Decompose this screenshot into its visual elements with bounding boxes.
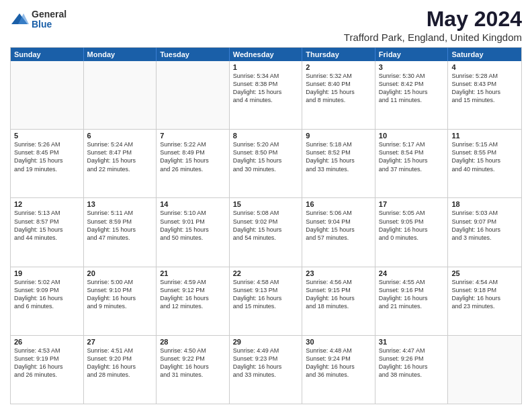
cell-info: Sunrise: 4:55 AMSunset: 9:16 PMDaylight:… [379,278,445,311]
page-subtitle: Trafford Park, England, United Kingdom [344,32,522,43]
day-number: 3 [379,63,445,71]
day-number: 1 [233,63,299,71]
cell-info: Sunrise: 5:22 AMSunset: 8:49 PMDaylight:… [160,140,226,173]
page-title: May 2024 [344,7,522,32]
calendar-cell: 8Sunrise: 5:20 AMSunset: 8:50 PMDaylight… [230,130,303,197]
day-number: 20 [87,269,153,277]
calendar-cell: 3Sunrise: 5:30 AMSunset: 8:42 PMDaylight… [375,61,449,129]
day-number: 11 [451,132,518,140]
calendar-body: 1Sunrise: 5:34 AMSunset: 8:38 PMDaylight… [11,61,521,404]
day-number: 2 [306,63,371,71]
calendar-cell: 24Sunrise: 4:55 AMSunset: 9:16 PMDayligh… [375,267,449,335]
day-number: 27 [87,338,153,346]
day-number: 29 [233,338,299,346]
cell-info: Sunrise: 5:05 AMSunset: 9:05 PMDaylight:… [379,209,445,242]
calendar-cell: 5Sunrise: 5:26 AMSunset: 8:45 PMDaylight… [11,130,84,197]
cell-info: Sunrise: 5:15 AMSunset: 8:55 PMDaylight:… [451,140,518,173]
calendar-cell: 21Sunrise: 4:59 AMSunset: 9:12 PMDayligh… [157,267,230,335]
cell-info: Sunrise: 5:02 AMSunset: 9:09 PMDaylight:… [14,278,80,311]
cell-info: Sunrise: 5:24 AMSunset: 8:47 PMDaylight:… [87,140,153,173]
logo-icon [10,12,29,27]
calendar-cell: 16Sunrise: 5:06 AMSunset: 9:04 PMDayligh… [302,198,375,266]
cell-info: Sunrise: 4:48 AMSunset: 9:24 PMDaylight:… [306,347,371,379]
cell-info: Sunrise: 5:03 AMSunset: 9:07 PMDaylight:… [451,209,518,242]
calendar-cell [84,61,157,129]
day-number: 6 [87,132,153,140]
cell-info: Sunrise: 5:08 AMSunset: 9:02 PMDaylight:… [233,209,299,242]
day-number: 28 [160,338,226,346]
calendar-row: 12Sunrise: 5:13 AMSunset: 8:57 PMDayligh… [11,197,521,266]
cell-info: Sunrise: 5:13 AMSunset: 8:57 PMDaylight:… [14,209,80,242]
day-number: 26 [14,338,80,346]
day-number: 16 [306,200,371,208]
cell-info: Sunrise: 4:56 AMSunset: 9:15 PMDaylight:… [306,278,371,311]
day-number: 19 [14,269,80,277]
calendar-cell: 23Sunrise: 4:56 AMSunset: 9:15 PMDayligh… [302,267,375,335]
title-block: May 2024 Trafford Park, England, United … [344,7,522,43]
cell-info: Sunrise: 4:59 AMSunset: 9:12 PMDaylight:… [160,278,226,311]
cell-info: Sunrise: 5:26 AMSunset: 8:45 PMDaylight:… [14,140,80,173]
calendar-cell: 28Sunrise: 4:50 AMSunset: 9:22 PMDayligh… [157,336,230,404]
calendar-cell: 27Sunrise: 4:51 AMSunset: 9:20 PMDayligh… [84,336,157,404]
cell-info: Sunrise: 5:06 AMSunset: 9:04 PMDaylight:… [306,209,371,242]
day-number: 21 [160,269,226,277]
calendar-cell [11,61,84,129]
day-number: 4 [451,63,518,71]
calendar-cell: 17Sunrise: 5:05 AMSunset: 9:05 PMDayligh… [375,198,449,266]
calendar-cell: 31Sunrise: 4:47 AMSunset: 9:26 PMDayligh… [375,336,449,404]
cell-info: Sunrise: 5:34 AMSunset: 8:38 PMDaylight:… [233,72,299,105]
day-number: 31 [379,338,445,346]
day-number: 8 [233,132,299,140]
calendar-cell [448,336,521,404]
cell-info: Sunrise: 5:32 AMSunset: 8:40 PMDaylight:… [306,72,371,105]
day-number: 9 [306,132,371,140]
logo-text: General Blue [32,9,66,30]
header: General Blue May 2024 Trafford Park, Eng… [10,7,522,43]
day-number: 22 [233,269,299,277]
cell-info: Sunrise: 5:18 AMSunset: 8:52 PMDaylight:… [306,140,371,173]
day-number: 17 [379,200,445,208]
calendar-cell: 13Sunrise: 5:11 AMSunset: 8:59 PMDayligh… [84,198,157,266]
calendar-cell: 9Sunrise: 5:18 AMSunset: 8:52 PMDaylight… [302,130,375,197]
calendar-cell: 6Sunrise: 5:24 AMSunset: 8:47 PMDaylight… [84,130,157,197]
cell-info: Sunrise: 5:28 AMSunset: 8:43 PMDaylight:… [451,72,518,105]
calendar-cell: 2Sunrise: 5:32 AMSunset: 8:40 PMDaylight… [302,61,375,129]
calendar: SundayMondayTuesdayWednesdayThursdayFrid… [10,47,522,404]
calendar-cell: 1Sunrise: 5:34 AMSunset: 8:38 PMDaylight… [230,61,303,129]
calendar-cell: 4Sunrise: 5:28 AMSunset: 8:43 PMDaylight… [448,61,521,129]
cell-info: Sunrise: 5:00 AMSunset: 9:10 PMDaylight:… [87,278,153,311]
cell-info: Sunrise: 4:50 AMSunset: 9:22 PMDaylight:… [160,347,226,379]
calendar-cell: 19Sunrise: 5:02 AMSunset: 9:09 PMDayligh… [11,267,84,335]
day-number: 10 [379,132,445,140]
calendar-cell: 10Sunrise: 5:17 AMSunset: 8:54 PMDayligh… [375,130,449,197]
day-number: 5 [14,132,80,140]
day-number: 12 [14,200,80,208]
page: General Blue May 2024 Trafford Park, Eng… [0,0,532,411]
calendar-cell: 18Sunrise: 5:03 AMSunset: 9:07 PMDayligh… [448,198,521,266]
calendar-cell: 15Sunrise: 5:08 AMSunset: 9:02 PMDayligh… [230,198,303,266]
calendar-cell: 14Sunrise: 5:10 AMSunset: 9:01 PMDayligh… [157,198,230,266]
cell-info: Sunrise: 4:47 AMSunset: 9:26 PMDaylight:… [379,347,445,379]
calendar-row: 26Sunrise: 4:53 AMSunset: 9:19 PMDayligh… [11,335,521,404]
cell-info: Sunrise: 5:30 AMSunset: 8:42 PMDaylight:… [379,72,445,105]
calendar-header-day: Sunday [11,48,84,61]
day-number: 23 [306,269,371,277]
calendar-header: SundayMondayTuesdayWednesdayThursdayFrid… [11,48,521,61]
calendar-cell: 25Sunrise: 4:54 AMSunset: 9:18 PMDayligh… [448,267,521,335]
day-number: 30 [306,338,371,346]
calendar-cell: 11Sunrise: 5:15 AMSunset: 8:55 PMDayligh… [448,130,521,197]
day-number: 15 [233,200,299,208]
logo-blue-label: Blue [32,19,66,30]
day-number: 24 [379,269,445,277]
calendar-header-day: Monday [84,48,157,61]
cell-info: Sunrise: 4:51 AMSunset: 9:20 PMDaylight:… [87,347,153,379]
cell-info: Sunrise: 5:17 AMSunset: 8:54 PMDaylight:… [379,140,445,173]
day-number: 7 [160,132,226,140]
calendar-cell [157,61,230,129]
calendar-header-day: Tuesday [157,48,230,61]
calendar-cell: 20Sunrise: 5:00 AMSunset: 9:10 PMDayligh… [84,267,157,335]
calendar-cell: 7Sunrise: 5:22 AMSunset: 8:49 PMDaylight… [157,130,230,197]
calendar-row: 1Sunrise: 5:34 AMSunset: 8:38 PMDaylight… [11,61,521,129]
calendar-header-day: Saturday [448,48,521,61]
cell-info: Sunrise: 4:54 AMSunset: 9:18 PMDaylight:… [451,278,518,311]
